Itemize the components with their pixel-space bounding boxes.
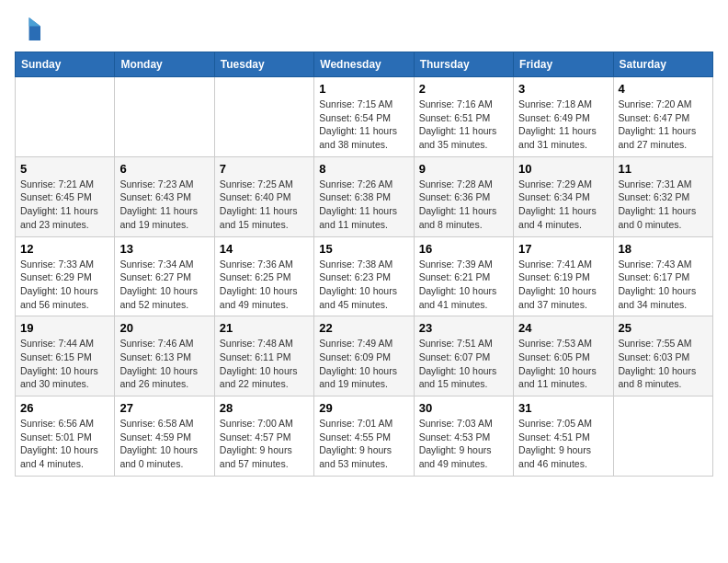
calendar-cell: 3Sunrise: 7:18 AMSunset: 6:49 PMDaylight… xyxy=(514,77,613,157)
day-info: Sunrise: 7:44 AMSunset: 6:15 PMDaylight:… xyxy=(20,337,109,391)
calendar-cell xyxy=(613,396,712,477)
day-info: Sunrise: 7:33 AMSunset: 6:29 PMDaylight:… xyxy=(20,258,109,312)
day-info: Sunrise: 7:46 AMSunset: 6:13 PMDaylight:… xyxy=(119,337,209,391)
day-number: 7 xyxy=(220,162,309,176)
calendar-cell: 26Sunrise: 6:56 AMSunset: 5:01 PMDayligh… xyxy=(16,396,115,477)
day-info: Sunrise: 7:01 AMSunset: 4:55 PMDaylight:… xyxy=(319,417,408,471)
calendar-cell: 17Sunrise: 7:41 AMSunset: 6:19 PMDayligh… xyxy=(514,236,613,316)
day-number: 18 xyxy=(619,242,708,256)
day-number: 15 xyxy=(319,242,408,256)
day-info: Sunrise: 7:51 AMSunset: 6:07 PMDaylight:… xyxy=(419,337,508,391)
day-of-week-header: Saturday xyxy=(613,52,712,77)
day-number: 4 xyxy=(619,82,708,96)
calendar-cell: 30Sunrise: 7:03 AMSunset: 4:53 PMDayligh… xyxy=(414,396,513,477)
calendar-week-row: 1Sunrise: 7:15 AMSunset: 6:54 PMDaylight… xyxy=(16,77,713,157)
calendar-cell: 11Sunrise: 7:31 AMSunset: 6:32 PMDayligh… xyxy=(613,156,712,236)
day-info: Sunrise: 7:48 AMSunset: 6:11 PMDaylight:… xyxy=(220,337,309,391)
day-info: Sunrise: 7:39 AMSunset: 6:21 PMDaylight:… xyxy=(419,258,508,312)
calendar-cell: 6Sunrise: 7:23 AMSunset: 6:43 PMDaylight… xyxy=(115,156,214,236)
day-info: Sunrise: 7:41 AMSunset: 6:19 PMDaylight:… xyxy=(518,258,608,312)
day-number: 27 xyxy=(119,401,209,415)
day-info: Sunrise: 7:34 AMSunset: 6:27 PMDaylight:… xyxy=(119,258,209,312)
day-info: Sunrise: 7:03 AMSunset: 4:53 PMDaylight:… xyxy=(419,417,508,471)
day-number: 14 xyxy=(220,242,309,256)
day-number: 3 xyxy=(518,82,608,96)
day-number: 17 xyxy=(518,242,608,256)
day-number: 25 xyxy=(619,321,708,335)
day-number: 30 xyxy=(419,401,508,415)
day-number: 26 xyxy=(20,401,109,415)
day-info: Sunrise: 7:31 AMSunset: 6:32 PMDaylight:… xyxy=(619,178,708,232)
day-number: 28 xyxy=(220,401,309,415)
page-header xyxy=(15,15,713,40)
day-number: 19 xyxy=(20,321,109,335)
day-number: 23 xyxy=(419,321,508,335)
day-number: 22 xyxy=(319,321,408,335)
day-number: 10 xyxy=(518,162,608,176)
calendar-cell: 21Sunrise: 7:48 AMSunset: 6:11 PMDayligh… xyxy=(214,316,313,396)
day-number: 8 xyxy=(319,162,408,176)
day-number: 31 xyxy=(518,401,608,415)
calendar-cell: 29Sunrise: 7:01 AMSunset: 4:55 PMDayligh… xyxy=(314,396,414,477)
calendar-cell: 12Sunrise: 7:33 AMSunset: 6:29 PMDayligh… xyxy=(16,236,115,316)
calendar-cell: 13Sunrise: 7:34 AMSunset: 6:27 PMDayligh… xyxy=(115,236,214,316)
calendar-cell: 16Sunrise: 7:39 AMSunset: 6:21 PMDayligh… xyxy=(414,236,513,316)
day-of-week-header: Wednesday xyxy=(314,52,414,77)
day-info: Sunrise: 7:15 AMSunset: 6:54 PMDaylight:… xyxy=(319,98,408,152)
day-number: 29 xyxy=(319,401,408,415)
day-of-week-header: Sunday xyxy=(16,52,115,77)
calendar-cell: 1Sunrise: 7:15 AMSunset: 6:54 PMDaylight… xyxy=(314,77,414,157)
calendar-cell: 15Sunrise: 7:38 AMSunset: 6:23 PMDayligh… xyxy=(314,236,414,316)
day-number: 12 xyxy=(20,242,109,256)
calendar-cell: 20Sunrise: 7:46 AMSunset: 6:13 PMDayligh… xyxy=(115,316,214,396)
calendar-cell: 19Sunrise: 7:44 AMSunset: 6:15 PMDayligh… xyxy=(16,316,115,396)
day-number: 13 xyxy=(119,242,209,256)
day-info: Sunrise: 7:05 AMSunset: 4:51 PMDaylight:… xyxy=(518,417,608,471)
day-info: Sunrise: 7:26 AMSunset: 6:38 PMDaylight:… xyxy=(319,178,408,232)
calendar-cell: 2Sunrise: 7:16 AMSunset: 6:51 PMDaylight… xyxy=(414,77,513,157)
day-of-week-header: Monday xyxy=(115,52,214,77)
calendar-cell: 31Sunrise: 7:05 AMSunset: 4:51 PMDayligh… xyxy=(514,396,613,477)
day-number: 21 xyxy=(220,321,309,335)
calendar-cell: 7Sunrise: 7:25 AMSunset: 6:40 PMDaylight… xyxy=(214,156,313,236)
day-info: Sunrise: 7:29 AMSunset: 6:34 PMDaylight:… xyxy=(518,178,608,232)
calendar-table: SundayMondayTuesdayWednesdayThursdayFrid… xyxy=(15,52,713,477)
calendar-cell: 27Sunrise: 6:58 AMSunset: 4:59 PMDayligh… xyxy=(115,396,214,477)
calendar-cell: 10Sunrise: 7:29 AMSunset: 6:34 PMDayligh… xyxy=(514,156,613,236)
day-info: Sunrise: 6:58 AMSunset: 4:59 PMDaylight:… xyxy=(119,417,209,471)
day-info: Sunrise: 7:18 AMSunset: 6:49 PMDaylight:… xyxy=(518,98,608,152)
day-info: Sunrise: 7:28 AMSunset: 6:36 PMDaylight:… xyxy=(419,178,508,232)
day-number: 9 xyxy=(419,162,508,176)
calendar-cell: 28Sunrise: 7:00 AMSunset: 4:57 PMDayligh… xyxy=(214,396,313,477)
day-number: 1 xyxy=(319,82,408,96)
day-number: 11 xyxy=(619,162,708,176)
day-info: Sunrise: 7:20 AMSunset: 6:47 PMDaylight:… xyxy=(619,98,708,152)
day-info: Sunrise: 7:38 AMSunset: 6:23 PMDaylight:… xyxy=(319,258,408,312)
calendar-cell: 25Sunrise: 7:55 AMSunset: 6:03 PMDayligh… xyxy=(613,316,712,396)
day-info: Sunrise: 7:21 AMSunset: 6:45 PMDaylight:… xyxy=(20,178,109,232)
day-number: 6 xyxy=(119,162,209,176)
calendar-cell xyxy=(16,77,115,157)
day-info: Sunrise: 7:36 AMSunset: 6:25 PMDaylight:… xyxy=(220,258,309,312)
day-number: 16 xyxy=(419,242,508,256)
calendar-week-row: 26Sunrise: 6:56 AMSunset: 5:01 PMDayligh… xyxy=(16,396,713,477)
logo-icon xyxy=(15,15,40,40)
day-info: Sunrise: 7:43 AMSunset: 6:17 PMDaylight:… xyxy=(619,258,708,312)
calendar-cell: 24Sunrise: 7:53 AMSunset: 6:05 PMDayligh… xyxy=(514,316,613,396)
calendar-week-row: 19Sunrise: 7:44 AMSunset: 6:15 PMDayligh… xyxy=(16,316,713,396)
day-info: Sunrise: 7:00 AMSunset: 4:57 PMDaylight:… xyxy=(220,417,309,471)
calendar-cell: 22Sunrise: 7:49 AMSunset: 6:09 PMDayligh… xyxy=(314,316,414,396)
day-number: 24 xyxy=(518,321,608,335)
day-info: Sunrise: 7:55 AMSunset: 6:03 PMDaylight:… xyxy=(619,337,708,391)
calendar-cell: 14Sunrise: 7:36 AMSunset: 6:25 PMDayligh… xyxy=(214,236,313,316)
calendar-cell: 23Sunrise: 7:51 AMSunset: 6:07 PMDayligh… xyxy=(414,316,513,396)
day-info: Sunrise: 7:25 AMSunset: 6:40 PMDaylight:… xyxy=(220,178,309,232)
calendar-cell: 9Sunrise: 7:28 AMSunset: 6:36 PMDaylight… xyxy=(414,156,513,236)
calendar-cell: 4Sunrise: 7:20 AMSunset: 6:47 PMDaylight… xyxy=(613,77,712,157)
calendar-cell: 18Sunrise: 7:43 AMSunset: 6:17 PMDayligh… xyxy=(613,236,712,316)
day-info: Sunrise: 7:53 AMSunset: 6:05 PMDaylight:… xyxy=(518,337,608,391)
day-info: Sunrise: 7:16 AMSunset: 6:51 PMDaylight:… xyxy=(419,98,508,152)
calendar-week-row: 5Sunrise: 7:21 AMSunset: 6:45 PMDaylight… xyxy=(16,156,713,236)
day-info: Sunrise: 7:49 AMSunset: 6:09 PMDaylight:… xyxy=(319,337,408,391)
calendar-cell: 8Sunrise: 7:26 AMSunset: 6:38 PMDaylight… xyxy=(314,156,414,236)
